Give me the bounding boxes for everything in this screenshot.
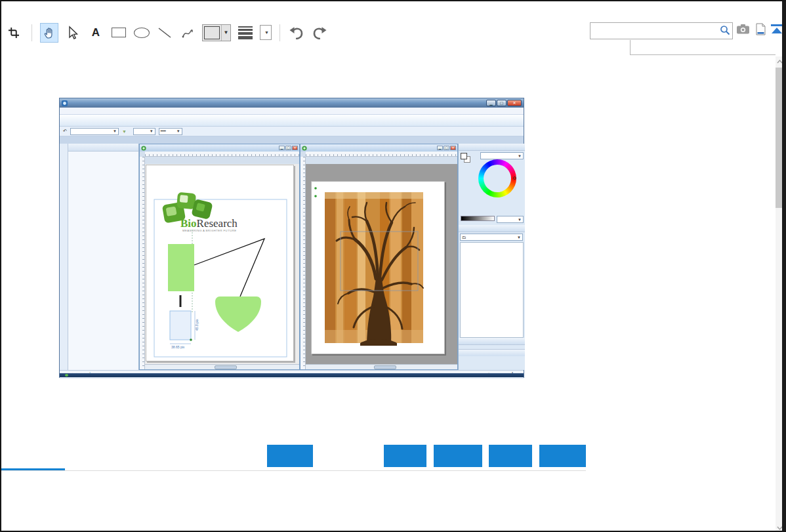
rectangle-tool-button[interactable] xyxy=(110,24,127,42)
ellipse-tool-button[interactable] xyxy=(133,24,150,42)
vertical-ruler xyxy=(140,157,145,369)
brush-list xyxy=(460,242,524,338)
hue-marker xyxy=(513,176,516,180)
restore-icon: ▢ xyxy=(444,146,449,150)
search-box xyxy=(590,22,733,39)
minimize-icon: ▁ xyxy=(486,100,496,106)
color-picker[interactable]: ▼ xyxy=(202,24,231,41)
drawplus-menubar xyxy=(60,108,524,115)
studio-panels: ▼ ▼ 🗀 ▼ xyxy=(458,144,525,370)
undo-icon xyxy=(289,26,304,39)
drawing4-titlebar: ▁▢✕ xyxy=(140,144,299,152)
drawplus-window: ▁▢✕ ↶ ▼ ▼ ▼ ━━▼ ▁▢✕ xyxy=(59,98,524,378)
divider xyxy=(631,54,776,55)
color-dropdown-caret[interactable]: ▼ xyxy=(221,25,230,41)
line-width-select: ▼ xyxy=(133,128,155,135)
scrollbar-thumb xyxy=(374,365,396,369)
hand-tool-button[interactable] xyxy=(40,23,58,43)
search-input[interactable] xyxy=(593,24,717,38)
snapshot-preview[interactable]: ▁▢✕ ↶ ▼ ▼ ▼ ━━▼ ▁▢✕ xyxy=(59,98,524,382)
drawing-tools-strip xyxy=(60,144,68,370)
document-icon xyxy=(302,146,307,151)
svg-text:45.8 pix: 45.8 pix xyxy=(195,319,199,331)
collapsed-panels-bar xyxy=(459,349,525,356)
line-thickness-button[interactable] xyxy=(237,24,254,42)
properties-panel xyxy=(68,144,139,370)
drawing2-window: ▁▢✕ xyxy=(300,144,458,370)
start-orb xyxy=(65,374,68,377)
tab-personal[interactable] xyxy=(590,40,631,55)
drawing4-artwork: BioResearch MEASURING A BRIGHTER FUTURE … xyxy=(146,165,295,362)
freehand-tool-button[interactable] xyxy=(179,24,196,42)
crop-icon xyxy=(9,28,19,38)
cursor-icon xyxy=(66,26,80,40)
minimize-icon: ▁ xyxy=(437,146,443,150)
windows-taskbar-sliver xyxy=(60,373,524,377)
drawplus-context-toolbar: ↶ ▼ ▼ ▼ ━━▼ xyxy=(60,127,524,136)
colour-panel-tabs xyxy=(459,144,525,151)
colour-panel: ▼ ▼ xyxy=(459,151,525,225)
drawing2-artwork xyxy=(312,182,445,355)
snapshot-list xyxy=(595,56,776,532)
window-controls: ▁▢✕ xyxy=(486,100,522,106)
close-icon: ✕ xyxy=(507,100,522,106)
document-icon xyxy=(141,146,146,151)
close-icon: ✕ xyxy=(292,146,298,150)
current-color-swatch xyxy=(204,26,220,39)
drawing4-canvas: BioResearch MEASURING A BRIGHTER FUTURE … xyxy=(145,164,299,364)
horizontal-ruler xyxy=(306,152,457,157)
drawplus-workspace: ▁▢✕ xyxy=(60,144,524,370)
left-panel-tabs xyxy=(68,144,138,152)
redo-button[interactable] xyxy=(311,24,328,42)
document-tabs xyxy=(60,136,524,144)
brush-category-select: 🗀 ▼ xyxy=(460,234,524,241)
divider xyxy=(279,24,280,41)
window-edge xyxy=(782,1,786,532)
thickness-icon xyxy=(238,26,253,39)
ellipse-icon xyxy=(134,28,150,38)
annotation-toolbar: A ▼ ▼ xyxy=(7,22,328,43)
curve-icon xyxy=(181,26,194,39)
colour-mode-select: ▼ xyxy=(480,152,524,159)
svg-text:38.65 pix: 38.65 pix xyxy=(171,345,185,349)
collapse-to-top-icon[interactable] xyxy=(770,24,783,35)
svg-text:MEASURING A BRIGHTER FUTURE: MEASURING A BRIGHTER FUTURE xyxy=(182,229,236,232)
drawing4-window: ▁▢✕ xyxy=(139,144,300,370)
restore-icon: ▢ xyxy=(285,146,291,150)
text-tool-button[interactable]: A xyxy=(87,24,104,42)
blend-mode-select: ▼ xyxy=(497,216,524,223)
window-controls: ▁▢✕ xyxy=(437,146,456,150)
paste-selection-button[interactable] xyxy=(434,445,482,467)
flamory-window: { "app": { "title": "Serif Drawplus", "a… xyxy=(0,0,786,532)
line-style-select: ━━▼ xyxy=(159,128,182,135)
horizontal-scrollbar xyxy=(306,364,457,369)
scrollbar-thumb xyxy=(215,365,237,369)
colour-wheel xyxy=(478,159,516,197)
redo-icon xyxy=(312,26,327,39)
restore-button[interactable] xyxy=(267,445,313,467)
text-icon: A xyxy=(92,26,100,39)
minimize-icon: ▁ xyxy=(279,146,285,150)
stroke-width-dropdown[interactable]: ▼ xyxy=(260,25,272,40)
paste-default-button[interactable] xyxy=(539,445,586,467)
drawplus-toolbar xyxy=(60,115,524,127)
svg-text:BioResearch: BioResearch xyxy=(180,217,238,230)
line-icon xyxy=(157,27,172,39)
shape-type-select: ▼ xyxy=(70,128,119,135)
search-icon[interactable] xyxy=(720,25,730,35)
line-tool-button[interactable] xyxy=(156,24,173,42)
undo-button[interactable] xyxy=(288,24,305,42)
vertical-ruler xyxy=(300,157,306,369)
drawing2-canvas xyxy=(306,164,457,364)
paste-image-button[interactable] xyxy=(489,445,532,467)
new-note-icon[interactable] xyxy=(756,23,766,35)
maximize-icon: ▢ xyxy=(497,100,507,106)
reset-label: ↶ xyxy=(63,129,67,134)
close-icon: ✕ xyxy=(450,146,456,150)
pointer-tool-button[interactable] xyxy=(64,24,81,42)
camera-icon[interactable] xyxy=(737,24,749,34)
hand-icon xyxy=(42,26,56,40)
paint-bucket-icon: ▼ xyxy=(122,129,127,134)
paste-link-button[interactable] xyxy=(384,445,426,467)
crop-button[interactable] xyxy=(7,24,24,42)
